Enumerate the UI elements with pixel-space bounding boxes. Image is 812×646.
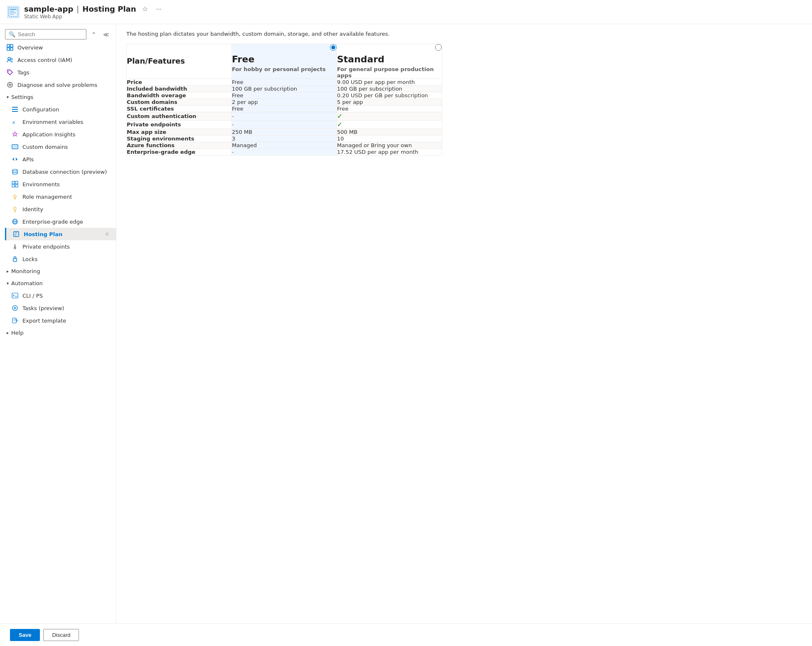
standard-value-cell: Managed or Bring your own bbox=[337, 142, 442, 149]
sidebar-item-cli-ps[interactable]: CLI / PS bbox=[5, 289, 116, 302]
configuration-icon bbox=[12, 106, 18, 113]
sidebar-item-env-vars[interactable]: x Environment variables bbox=[5, 116, 116, 128]
expand-icon: ▸ bbox=[7, 330, 9, 335]
sidebar-item-tags[interactable]: Tags bbox=[0, 66, 116, 79]
svg-rect-16 bbox=[12, 111, 18, 112]
settings-children: Configuration x Environment variables Ap… bbox=[0, 103, 116, 265]
expand-icon: ▸ bbox=[7, 269, 9, 274]
svg-rect-2 bbox=[10, 9, 17, 10]
svg-point-25 bbox=[14, 195, 16, 197]
sidebar-item-export-template[interactable]: Export template bbox=[5, 314, 116, 327]
standard-value-cell: 10 bbox=[337, 136, 442, 142]
help-group-label: Help bbox=[11, 330, 24, 336]
sidebar-item-hosting-plan[interactable]: Hosting Plan ☆ bbox=[5, 228, 116, 240]
svg-rect-14 bbox=[12, 107, 18, 108]
sidebar-item-role-mgmt[interactable]: Role management bbox=[5, 190, 116, 203]
table-row: PriceFree9.00 USD per app per month bbox=[127, 79, 442, 86]
free-value-cell: - bbox=[232, 121, 337, 129]
svg-rect-5 bbox=[10, 14, 13, 15]
hosting-plan-icon bbox=[13, 231, 20, 237]
collapse-sidebar-button[interactable]: ≪ bbox=[101, 30, 111, 39]
feature-cell: Custom authentication bbox=[127, 112, 232, 121]
feature-cell: Price bbox=[127, 79, 232, 86]
standard-plan-desc: For general purpose production apps bbox=[337, 66, 442, 79]
table-row: Included bandwidth100 GB per subscriptio… bbox=[127, 86, 442, 92]
sidebar-group-monitoring[interactable]: ▸ Monitoring bbox=[0, 265, 116, 277]
sidebar-item-iam[interactable]: Access control (IAM) bbox=[0, 54, 116, 66]
svg-rect-32 bbox=[12, 293, 18, 298]
check-mark: ✓ bbox=[337, 112, 342, 120]
sidebar-item-overview[interactable]: Overview bbox=[0, 41, 116, 54]
feature-cell: Azure functions bbox=[127, 142, 232, 149]
feature-cell: Enterprise-grade edge bbox=[127, 149, 232, 155]
svg-rect-9 bbox=[10, 48, 13, 50]
table-row: Staging environments310 bbox=[127, 136, 442, 142]
search-box[interactable]: 🔍 bbox=[5, 29, 86, 39]
sidebar-search-row: 🔍 ⌃ ≪ bbox=[0, 27, 116, 41]
standard-plan-radio[interactable] bbox=[435, 44, 442, 51]
sidebar-group-help[interactable]: ▸ Help bbox=[0, 327, 116, 339]
sidebar-item-custom-domains[interactable]: Custom domains bbox=[5, 141, 116, 153]
sidebar-item-label: CLI / PS bbox=[22, 293, 109, 299]
sidebar-item-db-connection[interactable]: Database connection (preview) bbox=[5, 165, 116, 178]
free-value-cell: - bbox=[232, 149, 337, 155]
bottom-bar: Save Discard bbox=[0, 624, 812, 646]
enterprise-edge-icon bbox=[12, 218, 18, 225]
svg-text:x: x bbox=[12, 120, 15, 125]
app-name: sample-app bbox=[24, 5, 73, 13]
save-button[interactable]: Save bbox=[10, 629, 40, 641]
sidebar-group-automation[interactable]: ▾ Automation bbox=[0, 277, 116, 289]
sidebar-group-settings[interactable]: ▾ Settings bbox=[0, 91, 116, 103]
hosting-plan-star[interactable]: ☆ bbox=[105, 231, 109, 237]
table-row: Custom authentication-✓ bbox=[127, 112, 442, 121]
sidebar-item-label: Overview bbox=[17, 44, 109, 51]
svg-point-26 bbox=[14, 207, 16, 210]
sidebar-item-enterprise-edge[interactable]: Enterprise-grade edge bbox=[5, 215, 116, 228]
content-area: The hosting plan dictates your bandwidth… bbox=[116, 24, 812, 624]
tasks-icon bbox=[12, 305, 18, 311]
sidebar-item-app-insights[interactable]: Application Insights bbox=[5, 128, 116, 141]
sidebar-item-configuration[interactable]: Configuration bbox=[5, 103, 116, 116]
free-value-cell: 250 MB bbox=[232, 129, 337, 136]
free-plan-header: Free For hobby or personal projects bbox=[232, 44, 337, 79]
sidebar-item-label: Diagnose and solve problems bbox=[17, 82, 109, 88]
feature-cell: Max app size bbox=[127, 129, 232, 136]
plan-features-label: Plan/Features bbox=[127, 44, 231, 65]
sidebar-item-label: Access control (IAM) bbox=[17, 57, 109, 63]
sidebar-item-tasks[interactable]: Tasks (preview) bbox=[5, 302, 116, 314]
sidebar-item-identity[interactable]: Identity bbox=[5, 203, 116, 215]
sidebar-item-label: Application Insights bbox=[22, 131, 109, 138]
sidebar-item-diagnose[interactable]: Diagnose and solve problems bbox=[0, 79, 116, 91]
svg-rect-23 bbox=[12, 185, 15, 187]
db-icon bbox=[12, 168, 18, 175]
sidebar-item-private-endpoints[interactable]: Private endpoints bbox=[5, 240, 116, 253]
dash-value: - bbox=[232, 113, 234, 119]
discard-button[interactable]: Discard bbox=[43, 629, 79, 641]
search-input[interactable] bbox=[18, 31, 83, 37]
sidebar-item-apis[interactable]: APIs bbox=[5, 153, 116, 165]
favorite-button[interactable]: ☆ bbox=[140, 4, 150, 14]
svg-rect-19 bbox=[13, 145, 17, 148]
svg-rect-0 bbox=[7, 6, 19, 18]
standard-value-cell: 100 GB per subscription bbox=[337, 86, 442, 92]
nav-back-button[interactable]: ⌃ bbox=[90, 30, 98, 39]
monitoring-group-label: Monitoring bbox=[11, 268, 40, 274]
free-plan-name: Free bbox=[232, 54, 337, 64]
sidebar-item-label: Custom domains bbox=[22, 144, 109, 150]
feature-cell: Custom domains bbox=[127, 99, 232, 106]
free-value-cell: Free bbox=[232, 106, 337, 112]
free-value-cell: 3 bbox=[232, 136, 337, 142]
feature-cell: Bandwidth overage bbox=[127, 92, 232, 99]
table-row: Custom domains2 per app5 per app bbox=[127, 99, 442, 106]
feature-cell: SSL certificates bbox=[127, 106, 232, 112]
search-icon: 🔍 bbox=[9, 31, 15, 37]
sidebar-item-label: Enterprise-grade edge bbox=[22, 219, 109, 225]
sidebar-item-label: Hosting Plan bbox=[24, 231, 101, 237]
more-options-button[interactable]: ··· bbox=[154, 5, 164, 14]
sidebar-item-label: Tags bbox=[17, 69, 109, 76]
sidebar-item-label: Identity bbox=[22, 206, 109, 212]
free-plan-radio[interactable] bbox=[330, 44, 337, 51]
sidebar-item-locks[interactable]: Locks bbox=[5, 253, 116, 265]
sidebar-item-environments[interactable]: Environments bbox=[5, 178, 116, 190]
standard-value-cell: 9.00 USD per app per month bbox=[337, 79, 442, 86]
